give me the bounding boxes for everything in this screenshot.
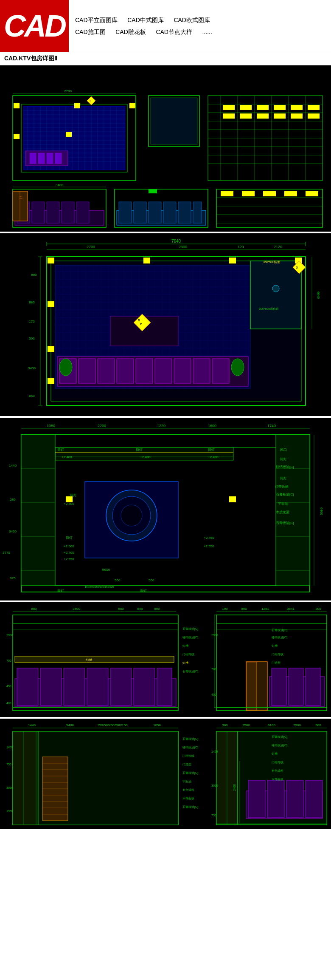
svg-text:500: 500	[29, 337, 35, 340]
svg-rect-291	[134, 668, 155, 705]
svg-text:1960: 1960	[6, 810, 13, 813]
svg-rect-95	[163, 202, 176, 223]
svg-rect-69	[274, 105, 286, 110]
nav-link-7[interactable]: ......	[202, 28, 212, 35]
svg-text:150/500/150/500/150/620: 150/500/150/500/150/620	[85, 586, 114, 588]
svg-text:950: 950	[241, 607, 247, 611]
svg-rect-40	[129, 103, 135, 108]
svg-text:硅钙板油[C]: 硅钙板油[C]	[271, 636, 287, 639]
svg-rect-194	[143, 258, 150, 263]
svg-text:筒灯: 筒灯	[70, 493, 77, 497]
svg-text:+2.450: +2.450	[204, 536, 214, 540]
svg-text:3400: 3400	[28, 366, 36, 370]
svg-text:200: 200	[315, 607, 321, 611]
svg-rect-82	[47, 202, 59, 223]
svg-text:170: 170	[29, 320, 35, 323]
svg-text:925: 925	[10, 576, 16, 580]
svg-rect-68	[257, 105, 269, 110]
svg-text:4640: 4640	[317, 291, 320, 299]
nav-link-3[interactable]: CAD欧式图库	[174, 17, 210, 23]
svg-rect-72	[223, 113, 235, 119]
svg-rect-378	[306, 780, 323, 818]
svg-rect-195	[229, 258, 236, 263]
svg-rect-317	[306, 668, 320, 705]
svg-text:1459: 1459	[211, 750, 218, 753]
svg-text:3400: 3400	[56, 183, 63, 187]
svg-rect-300	[15, 656, 174, 663]
svg-rect-73	[240, 113, 252, 119]
nav-link-2[interactable]: CAD中式图库	[127, 17, 164, 23]
cad-drawing-panel-4: 880 3400 680 640 800 2900 700 450 400 石膏…	[0, 602, 331, 717]
svg-text:门框饰线: 门框饰线	[272, 653, 283, 656]
svg-text:!: !	[90, 99, 91, 103]
svg-text:筒灯: 筒灯	[280, 457, 287, 461]
svg-rect-180	[174, 359, 191, 383]
svg-text:石膏板油[C]: 石膏板油[C]	[272, 629, 287, 632]
svg-text:+2.550: +2.550	[204, 544, 214, 548]
svg-rect-186	[250, 261, 301, 329]
nav-link-6[interactable]: CAD节点大样	[156, 28, 192, 35]
svg-text:+2.700: +2.700	[64, 551, 74, 555]
cad-drawing-panel-2: 7640 2700 2900 120 2120 800 880 170 500 …	[0, 233, 331, 416]
page-title: CAD.KTV包房详图Ⅱ	[0, 52, 331, 66]
svg-text:筒灯: 筒灯	[66, 536, 73, 540]
nav-link-5[interactable]: CAD雕花板	[115, 28, 146, 35]
svg-rect-222	[21, 435, 55, 586]
svg-text:有色涂料: 有色涂料	[182, 788, 194, 791]
svg-text:石膏板油[C]: 石膏板油[C]	[182, 737, 198, 741]
svg-text:灯槽: 灯槽	[272, 752, 278, 755]
svg-rect-175	[79, 359, 95, 383]
svg-rect-76	[291, 113, 303, 119]
cad-drawing-panel-5: 1440 5486 150/500/50/500/150 1056 1459 7…	[0, 719, 331, 829]
svg-rect-178	[136, 359, 153, 383]
svg-text:300: 300	[222, 723, 228, 727]
svg-rect-77	[308, 113, 320, 119]
svg-rect-313	[247, 662, 256, 710]
svg-point-229	[121, 505, 142, 526]
svg-text:3060: 3060	[6, 786, 13, 789]
svg-text:硅钙板油[C]: 硅钙板油[C]	[275, 465, 294, 469]
svg-text:筒灯: 筒灯	[208, 448, 215, 452]
svg-text:2400: 2400	[233, 784, 236, 791]
svg-text:2900: 2900	[211, 634, 218, 637]
svg-text:宇面油: 宇面油	[182, 780, 191, 783]
svg-text:雨灯: 雨灯	[140, 589, 147, 593]
svg-rect-71	[308, 105, 320, 110]
svg-rect-193	[48, 378, 54, 384]
svg-text:1600: 1600	[208, 424, 216, 428]
nav-link-4[interactable]: CAD施工图	[75, 28, 106, 35]
nav-link-1[interactable]: CAD平立面图库	[75, 17, 118, 23]
svg-text:1056: 1056	[153, 723, 161, 727]
svg-rect-96	[178, 202, 191, 223]
svg-rect-289	[87, 668, 108, 705]
svg-text:灯带饰檐: 灯带饰檐	[275, 485, 289, 489]
svg-text:880: 880	[29, 300, 35, 304]
svg-text:木质龙梁: 木质龙梁	[276, 510, 289, 514]
svg-text:1220: 1220	[157, 424, 166, 428]
svg-text:石膏板油[C]: 石膏板油[C]	[276, 493, 294, 496]
svg-text:3060: 3060	[211, 784, 218, 787]
header-navigation[interactable]: CAD平立面图库 CAD中式图库 CAD欧式图库 CAD施工图 CAD雕花板 C…	[69, 10, 227, 42]
svg-rect-179	[155, 359, 172, 383]
cad-logo[interactable]: CAD	[0, 0, 69, 52]
svg-point-189	[272, 285, 279, 292]
svg-text:1440: 1440	[28, 723, 36, 727]
svg-rect-230	[66, 496, 73, 502]
svg-text:6100: 6100	[268, 723, 275, 727]
svg-text:+2.400: +2.400	[208, 455, 219, 459]
svg-text:硅钙板油[C]: 硅钙板油[C]	[182, 746, 198, 749]
svg-text:门框饰线: 门框饰线	[182, 653, 194, 656]
svg-rect-70	[291, 105, 303, 110]
svg-rect-93	[134, 202, 146, 223]
svg-rect-290	[110, 668, 132, 705]
svg-text:450: 450	[211, 693, 216, 696]
logo-text: CAD	[4, 8, 65, 43]
svg-text:500: 500	[149, 578, 154, 582]
svg-text:3541: 3541	[287, 607, 295, 611]
svg-text:石膏板油[C]: 石膏板油[C]	[182, 771, 198, 775]
svg-text:+2.400: +2.400	[64, 502, 74, 506]
svg-rect-106	[263, 191, 276, 196]
svg-rect-375	[248, 780, 265, 818]
svg-text:石膏板油[C]: 石膏板油[C]	[276, 521, 294, 525]
svg-rect-87	[13, 191, 28, 221]
